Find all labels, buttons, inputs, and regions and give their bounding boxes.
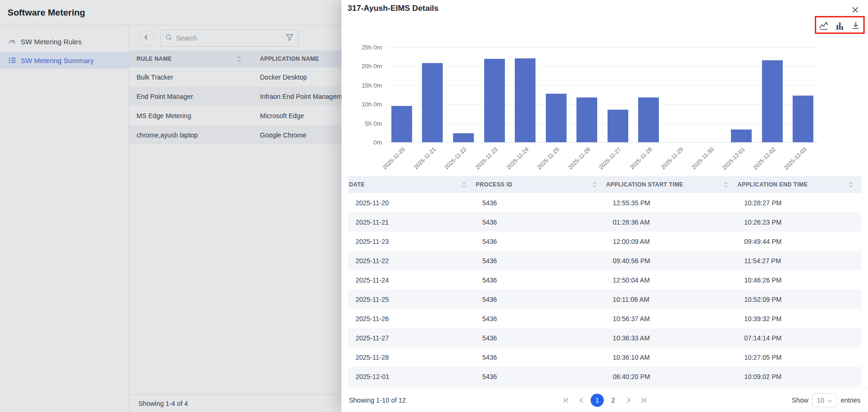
close-icon[interactable] bbox=[850, 5, 860, 15]
next-page-icon[interactable] bbox=[623, 395, 634, 406]
chart-slot: 2025-11-26 bbox=[571, 47, 602, 142]
table-cell: 12:55:35 PM bbox=[605, 193, 737, 212]
chart-slot: 2025-11-27 bbox=[602, 47, 633, 142]
table-cell: 2025-11-27 bbox=[348, 328, 475, 347]
chevron-down-icon bbox=[827, 396, 832, 404]
chart-plot: 2025-11-202025-11-212025-11-222025-11-23… bbox=[386, 47, 819, 143]
chart-slot: 2025-11-25 bbox=[541, 47, 572, 142]
detail-table-row[interactable]: 2025-11-28543610:36:10 AM10:27:05 PM bbox=[348, 347, 861, 367]
detail-table-row[interactable]: 2025-12-01543606:40:20 PM10:09:02 PM bbox=[348, 367, 861, 386]
bar-chart-icon[interactable] bbox=[835, 21, 844, 30]
detail-table-row[interactable]: 2025-11-25543610:11:06 AM10:52:09 PM bbox=[348, 290, 861, 309]
table-cell: 10:09:02 PM bbox=[737, 367, 861, 386]
chart-bar[interactable] bbox=[515, 58, 535, 142]
table-cell: 10:11:06 AM bbox=[605, 290, 737, 309]
x-axis-tick-label: 2025-12-02 bbox=[752, 146, 777, 171]
pagination: 12 bbox=[560, 394, 649, 407]
table-cell: 07:14:14 PM bbox=[737, 328, 861, 347]
sort-icon[interactable] bbox=[462, 182, 466, 188]
chart-slots: 2025-11-202025-11-212025-11-222025-11-23… bbox=[386, 47, 819, 142]
table-cell: 09:49:44 PM bbox=[737, 232, 861, 251]
table-cell: 5436 bbox=[475, 290, 605, 309]
detail-table-row[interactable]: 2025-11-21543601:28:36 AM10:26:23 PM bbox=[348, 212, 861, 232]
table-cell: 2025-11-28 bbox=[348, 347, 475, 367]
chart-slot: 2025-11-20 bbox=[386, 47, 417, 142]
column-header-process-id[interactable]: PROCESS ID bbox=[475, 176, 605, 193]
detail-table-row[interactable]: 2025-11-20543612:55:35 PM10:28:27 PM bbox=[348, 193, 861, 212]
column-header-date[interactable]: DATE bbox=[348, 176, 475, 193]
chart-bar[interactable] bbox=[453, 133, 474, 142]
detail-table-row[interactable]: 2025-11-26543610:56:37 AM10:39:32 PM bbox=[348, 309, 861, 328]
table-cell: 10:27:05 PM bbox=[737, 347, 861, 367]
detail-table-row[interactable]: 2025-11-22543609:40:56 PM11:54:27 PM bbox=[348, 251, 861, 270]
chart-slot: 2025-11-29 bbox=[664, 47, 695, 142]
table-cell: 2025-11-24 bbox=[348, 270, 475, 290]
y-axis-tick-label: 5h 0m bbox=[365, 120, 382, 127]
x-axis-tick-label: 2025-11-21 bbox=[413, 146, 438, 171]
table-cell: 10:26:23 PM bbox=[737, 212, 861, 232]
pagination-page-1[interactable]: 1 bbox=[591, 394, 604, 407]
chart-slot: 2025-11-21 bbox=[417, 47, 448, 142]
showing-text: Showing 1-10 of 12 bbox=[349, 396, 406, 404]
column-header-application-end-time[interactable]: APPLICATION END TIME bbox=[737, 176, 861, 193]
sort-icon[interactable] bbox=[724, 182, 728, 188]
detail-table-body: 2025-11-20543612:55:35 PM10:28:27 PM2025… bbox=[348, 193, 861, 386]
table-cell: 5436 bbox=[475, 347, 605, 367]
pagination-page-2[interactable]: 2 bbox=[608, 394, 619, 407]
detail-table-row[interactable]: 2025-11-24543612:50:04 AM10:46:26 PM bbox=[348, 270, 861, 290]
chart-bar[interactable] bbox=[576, 97, 597, 142]
previous-page-icon[interactable] bbox=[576, 395, 587, 406]
table-cell: 2025-11-26 bbox=[348, 309, 475, 328]
chart-slot: 2025-12-03 bbox=[788, 47, 819, 142]
table-cell: 10:56:37 AM bbox=[605, 309, 737, 328]
x-axis-tick-label: 2025-11-29 bbox=[659, 146, 684, 171]
x-axis-tick-label: 2025-11-25 bbox=[536, 146, 561, 171]
chart-bar[interactable] bbox=[608, 110, 628, 142]
chart-slot: 2025-11-22 bbox=[448, 47, 479, 142]
table-cell: 5436 bbox=[475, 193, 605, 212]
column-label: APPLICATION END TIME bbox=[738, 181, 808, 188]
table-cell: 5436 bbox=[475, 212, 605, 232]
table-cell: 09:40:56 PM bbox=[605, 251, 737, 270]
x-axis-tick-label: 2025-11-27 bbox=[598, 146, 623, 171]
chart-bar[interactable] bbox=[546, 94, 567, 142]
table-cell: 5436 bbox=[475, 270, 605, 290]
chart-bar[interactable] bbox=[422, 63, 443, 142]
chart-bar[interactable] bbox=[638, 97, 659, 142]
table-cell: 10:52:09 PM bbox=[737, 290, 861, 309]
chart-slot: 2025-11-30 bbox=[695, 47, 726, 142]
detail-table-row[interactable]: 2025-11-23543612:00:09 AM09:49:44 PM bbox=[348, 232, 861, 251]
table-cell: 5436 bbox=[475, 328, 605, 347]
column-label: PROCESS ID bbox=[476, 181, 512, 188]
chart-bar[interactable] bbox=[793, 96, 813, 142]
chart-bar[interactable] bbox=[762, 60, 783, 142]
table-cell: 11:54:27 PM bbox=[737, 251, 861, 270]
table-cell: 2025-11-22 bbox=[348, 251, 475, 270]
x-axis-tick-label: 2025-11-20 bbox=[381, 146, 406, 171]
page-size-value: 10 bbox=[817, 396, 824, 404]
last-page-icon[interactable] bbox=[638, 395, 649, 406]
chart-slot: 2025-11-28 bbox=[633, 47, 665, 142]
table-cell: 01:28:36 AM bbox=[605, 212, 737, 232]
sort-icon[interactable] bbox=[592, 182, 597, 188]
chart-slot: 2025-12-01 bbox=[726, 47, 757, 142]
chart-bar[interactable] bbox=[731, 129, 752, 142]
page-size-select[interactable]: 10 bbox=[812, 393, 837, 407]
line-chart-icon[interactable] bbox=[819, 21, 828, 30]
panel-title: 317-Ayush-EIMS Details bbox=[348, 4, 438, 13]
detail-table-row[interactable]: 2025-11-27543610:36:33 AM07:14:14 PM bbox=[348, 328, 861, 347]
pagination-pages: 12 bbox=[591, 394, 619, 407]
detail-table: DATE PROCESS ID APPLICATION START TIME bbox=[348, 176, 861, 386]
chart-bar[interactable] bbox=[484, 59, 505, 142]
details-panel: 317-Ayush-EIMS Details 2025-11-202025-11… bbox=[341, 0, 868, 412]
column-header-application-start-time[interactable]: APPLICATION START TIME bbox=[605, 176, 737, 193]
chart-slot: 2025-11-23 bbox=[479, 47, 510, 142]
sort-icon[interactable] bbox=[849, 182, 853, 188]
download-icon[interactable] bbox=[851, 21, 860, 30]
chart-bar[interactable] bbox=[391, 106, 412, 142]
table-cell: 10:39:32 PM bbox=[737, 309, 861, 328]
first-page-icon[interactable] bbox=[560, 395, 572, 406]
y-axis-tick-label: 10h 0m bbox=[362, 101, 382, 108]
table-cell: 2025-11-20 bbox=[348, 193, 475, 212]
detail-table-wrap: DATE PROCESS ID APPLICATION START TIME bbox=[348, 176, 861, 386]
